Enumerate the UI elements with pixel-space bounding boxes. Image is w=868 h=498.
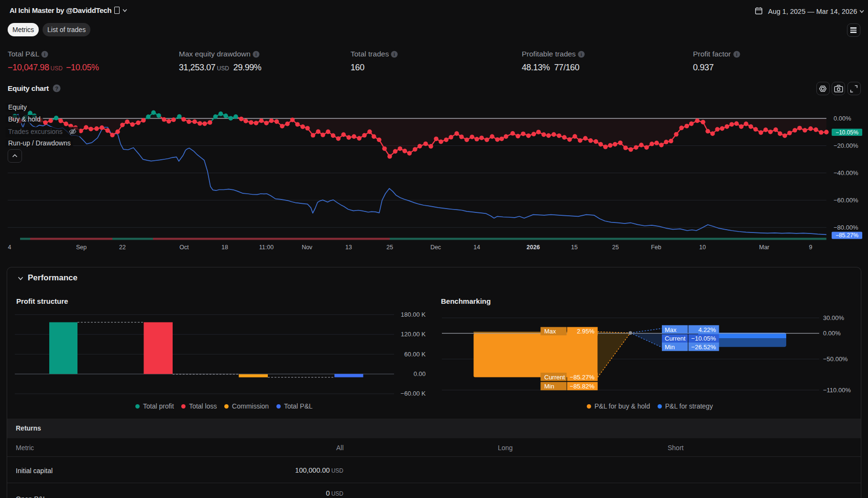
svg-text:−110.00%: −110.00% — [823, 387, 851, 394]
svg-text:Min: Min — [544, 383, 554, 390]
svg-text:4.22%: 4.22% — [698, 326, 716, 333]
svg-text:Max: Max — [544, 328, 556, 335]
svg-text:Max: Max — [665, 326, 677, 333]
svg-text:Current: Current — [665, 335, 686, 342]
svg-text:−85.27%: −85.27% — [570, 374, 594, 381]
svg-text:0.00%: 0.00% — [823, 330, 841, 337]
svg-text:−85.82%: −85.82% — [570, 383, 594, 390]
svg-text:2.95%: 2.95% — [577, 328, 594, 335]
svg-text:−10.05%: −10.05% — [691, 335, 716, 342]
svg-text:Min: Min — [665, 343, 675, 351]
svg-text:120.00 K: 120.00 K — [401, 331, 426, 338]
svg-text:−50.00%: −50.00% — [823, 355, 848, 363]
svg-text:180.00 K: 180.00 K — [401, 311, 426, 318]
svg-text:30.00%: 30.00% — [823, 314, 845, 321]
svg-text:Current: Current — [544, 374, 565, 381]
svg-text:0.00: 0.00 — [414, 370, 426, 377]
svg-text:60.00 K: 60.00 K — [404, 351, 426, 358]
svg-text:−60.00 K: −60.00 K — [401, 390, 426, 397]
svg-text:−26.52%: −26.52% — [691, 343, 716, 351]
